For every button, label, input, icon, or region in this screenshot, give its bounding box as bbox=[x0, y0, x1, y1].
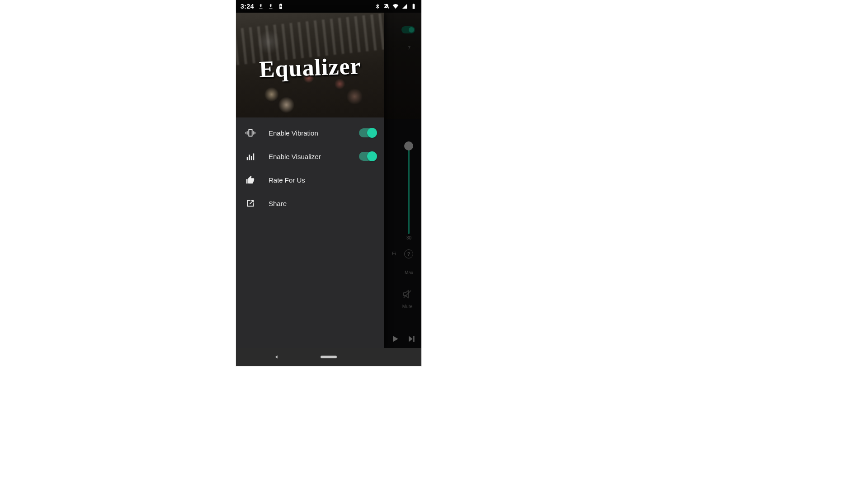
mute-icon[interactable] bbox=[401, 288, 413, 300]
visualizer-toggle[interactable] bbox=[359, 152, 376, 161]
vibration-toggle[interactable] bbox=[359, 128, 376, 137]
slider-value-label: 30 bbox=[406, 235, 411, 240]
menu-item-share[interactable]: Share bbox=[236, 192, 384, 215]
drawer-menu: Enable Vibration Enable Visualizer Rat bbox=[236, 117, 384, 219]
battery-saver-icon bbox=[278, 3, 284, 9]
bluetooth-icon bbox=[374, 3, 381, 9]
fi-label: Fi bbox=[392, 251, 396, 256]
vibration-icon bbox=[245, 127, 256, 138]
share-icon bbox=[245, 198, 256, 209]
menu-item-label: Enable Visualizer bbox=[269, 153, 346, 160]
band-label: 7 bbox=[408, 45, 410, 51]
back-button[interactable] bbox=[272, 352, 281, 361]
help-icon[interactable]: ? bbox=[404, 249, 413, 258]
phone-frame: 3:24 bbox=[236, 0, 421, 366]
navigation-drawer: Equalizer Enable Vibration Enable Visual… bbox=[236, 13, 384, 348]
cellular-icon bbox=[401, 3, 408, 9]
menu-item-label: Rate For Us bbox=[269, 176, 376, 184]
volume-slider-track[interactable] bbox=[408, 144, 410, 234]
max-label: Max bbox=[405, 270, 413, 275]
status-bar: 3:24 bbox=[236, 0, 421, 13]
wifi-icon bbox=[392, 3, 399, 9]
upload-icon bbox=[258, 3, 264, 9]
volume-slider-thumb[interactable] bbox=[404, 141, 413, 150]
thumbs-up-icon bbox=[245, 174, 256, 185]
drawer-header: Equalizer bbox=[236, 13, 384, 117]
next-button[interactable] bbox=[406, 333, 417, 344]
upload-icon bbox=[268, 3, 274, 9]
menu-item-label: Enable Vibration bbox=[269, 129, 346, 137]
master-toggle[interactable] bbox=[401, 26, 415, 33]
system-nav-bar bbox=[236, 348, 421, 366]
battery-icon bbox=[410, 3, 417, 9]
menu-item-label: Share bbox=[269, 200, 376, 207]
home-gesture-pill[interactable] bbox=[321, 356, 337, 358]
status-bar-left: 3:24 bbox=[241, 3, 284, 10]
visualizer-icon bbox=[245, 151, 256, 162]
menu-item-enable-visualizer[interactable]: Enable Visualizer bbox=[236, 145, 384, 168]
dnd-icon bbox=[383, 3, 390, 9]
status-clock: 3:24 bbox=[241, 3, 254, 10]
app-title: Equalizer bbox=[259, 54, 361, 81]
status-bar-right bbox=[374, 3, 417, 9]
menu-item-rate-for-us[interactable]: Rate For Us bbox=[236, 168, 384, 192]
menu-item-enable-vibration[interactable]: Enable Vibration bbox=[236, 121, 384, 145]
play-button[interactable] bbox=[390, 333, 401, 344]
mute-label: Mute bbox=[402, 304, 412, 309]
